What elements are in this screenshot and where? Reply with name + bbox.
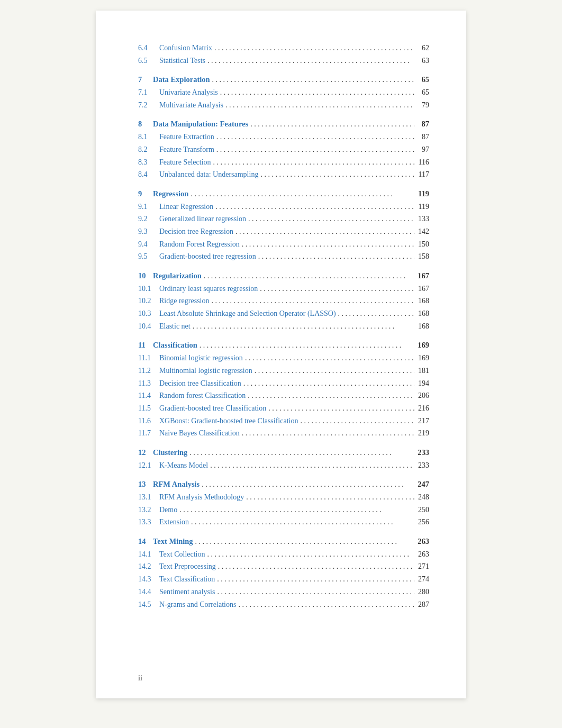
section-row: 14.1Text Collection . . . . . . . . . . … bbox=[138, 549, 429, 560]
chapter-dots: . . . . . . . . . . . . . . . . . . . . … bbox=[193, 536, 414, 548]
section-number: 8.2 bbox=[138, 144, 159, 156]
chapter-dots: . . . . . . . . . . . . . . . . . . . . … bbox=[200, 479, 414, 490]
section-dots: . . . . . . . . . . . . . . . . . . . . … bbox=[258, 283, 414, 295]
section-dots: . . . . . . . . . . . . . . . . . . . . … bbox=[214, 144, 414, 156]
section-number: 10.3 bbox=[138, 308, 159, 320]
chapter-dots: . . . . . . . . . . . . . . . . . . . . … bbox=[187, 447, 414, 459]
section-dots: . . . . . . . . . . . . . . . . . . . . … bbox=[256, 251, 414, 262]
section-page: 181 bbox=[414, 365, 429, 377]
section-row: 8.4Unbalanced data: Undersampling . . . … bbox=[138, 169, 429, 180]
section-number: 12.1 bbox=[138, 460, 159, 471]
chapter-row: 11Classification . . . . . . . . . . . .… bbox=[138, 339, 429, 351]
section-page: 63 bbox=[414, 55, 429, 67]
section-number: 6.5 bbox=[138, 55, 159, 67]
section-title: Binomial logistic regression bbox=[159, 352, 243, 364]
chapter-dots: . . . . . . . . . . . . . . . . . . . . … bbox=[202, 270, 414, 282]
section-page: 168 bbox=[414, 321, 429, 332]
chapter-row: 8Data Manipulation: Features . . . . . .… bbox=[138, 118, 429, 130]
section-dots: . . . . . . . . . . . . . . . . . . . . … bbox=[243, 352, 414, 364]
section-row: 14.5N-grams and Correlations . . . . . .… bbox=[138, 599, 429, 611]
section-number: 9.1 bbox=[138, 201, 159, 213]
chapter-title: Data Manipulation: Features bbox=[153, 118, 248, 130]
footer-page-number: ii bbox=[138, 674, 142, 682]
section-row: 9.1Linear Regression . . . . . . . . . .… bbox=[138, 201, 429, 213]
section-title: Decision tree Classification bbox=[159, 378, 241, 389]
section-row: 6.5Statistical Tests . . . . . . . . . .… bbox=[138, 55, 429, 67]
section-number: 9.5 bbox=[138, 251, 159, 262]
section-row: 8.1Feature Extraction . . . . . . . . . … bbox=[138, 131, 429, 143]
section-dots: . . . . . . . . . . . . . . . . . . . . … bbox=[241, 378, 414, 389]
section-row: 9.5Gradient-boosted tree regression . . … bbox=[138, 251, 429, 262]
section-number: 7.2 bbox=[138, 99, 159, 111]
section-number: 11.1 bbox=[138, 352, 159, 364]
section-row: 11.5Gradient-boosted tree Classification… bbox=[138, 403, 429, 414]
section-row: 10.1Ordinary least squares regression . … bbox=[138, 283, 429, 295]
section-number: 14.1 bbox=[138, 549, 159, 560]
section-dots: . . . . . . . . . . . . . . . . . . . . … bbox=[258, 169, 414, 180]
section-row: 14.3Text Classification . . . . . . . . … bbox=[138, 574, 429, 585]
section-page: 271 bbox=[414, 561, 429, 572]
section-page: 150 bbox=[414, 239, 429, 250]
section-dots: . . . . . . . . . . . . . . . . . . . . … bbox=[236, 599, 414, 611]
section-title: Linear Regression bbox=[159, 201, 213, 213]
section-title: Random Forest Regression bbox=[159, 239, 240, 250]
section-row: 7.1Univariate Analysis . . . . . . . . .… bbox=[138, 87, 429, 98]
chapter-row: 12Clustering . . . . . . . . . . . . . .… bbox=[138, 447, 429, 459]
section-row: 14.2Text Preprocessing . . . . . . . . .… bbox=[138, 561, 429, 572]
section-title: Multivariate Analysis bbox=[159, 99, 223, 111]
section-dots: . . . . . . . . . . . . . . . . . . . . … bbox=[266, 403, 414, 414]
section-number: 9.4 bbox=[138, 239, 159, 250]
section-page: 133 bbox=[414, 213, 429, 225]
section-page: 168 bbox=[414, 308, 429, 320]
section-number: 6.4 bbox=[138, 42, 159, 54]
chapter-row: 14Text Mining . . . . . . . . . . . . . … bbox=[138, 535, 429, 548]
section-page: 116 bbox=[414, 157, 429, 168]
chapter-dots: . . . . . . . . . . . . . . . . . . . . … bbox=[188, 188, 414, 200]
section-number: 14.2 bbox=[138, 561, 159, 572]
section-title: K-Means Model bbox=[159, 460, 208, 471]
section-title: Generalized linear regression bbox=[159, 213, 246, 225]
chapter-page: 233 bbox=[414, 447, 429, 458]
chapter-title: Regression bbox=[153, 188, 188, 199]
section-row: 11.2Multinomial logistic regression . . … bbox=[138, 365, 429, 377]
chapter-title: Regularization bbox=[153, 270, 202, 281]
section-title: XGBoost: Gradient-boosted tree Classific… bbox=[159, 415, 298, 427]
section-page: 87 bbox=[414, 131, 429, 143]
section-title: Confusion Matrix bbox=[159, 42, 212, 54]
section-number: 10.4 bbox=[138, 321, 159, 332]
section-title: Univariate Analysis bbox=[159, 87, 218, 98]
section-number: 11.2 bbox=[138, 365, 159, 377]
section-page: 216 bbox=[414, 403, 429, 414]
section-title: Text Collection bbox=[159, 549, 205, 560]
section-title: Unbalanced data: Undersampling bbox=[159, 169, 258, 180]
chapter-number: 10 bbox=[138, 270, 153, 281]
section-dots: . . . . . . . . . . . . . . . . . . . . … bbox=[208, 460, 414, 471]
section-title: Least Absolute Shrinkage and Selection O… bbox=[159, 308, 336, 320]
section-page: 217 bbox=[414, 415, 429, 427]
section-row: 11.6XGBoost: Gradient-boosted tree Class… bbox=[138, 415, 429, 427]
chapter-page: 167 bbox=[414, 270, 429, 281]
section-dots: . . . . . . . . . . . . . . . . . . . . … bbox=[216, 561, 414, 572]
chapter-row: 10Regularization . . . . . . . . . . . .… bbox=[138, 270, 429, 282]
section-row: 14.4Sentiment analysis . . . . . . . . .… bbox=[138, 586, 429, 598]
chapter-title: RFM Analysis bbox=[153, 478, 200, 490]
section-dots: . . . . . . . . . . . . . . . . . . . . … bbox=[214, 131, 414, 143]
section-dots: . . . . . . . . . . . . . . . . . . . . … bbox=[213, 201, 414, 213]
chapter-title: Clustering bbox=[153, 447, 187, 458]
section-title: Multinomial logistic regression bbox=[159, 365, 252, 377]
chapter-row: 13RFM Analysis . . . . . . . . . . . . .… bbox=[138, 478, 429, 490]
chapter-row: 9Regression . . . . . . . . . . . . . . … bbox=[138, 188, 429, 200]
section-title: Elastic net bbox=[159, 321, 191, 332]
chapter-page: 119 bbox=[414, 188, 429, 199]
chapter-page: 169 bbox=[414, 339, 429, 351]
section-number: 9.2 bbox=[138, 213, 159, 225]
section-page: 256 bbox=[414, 516, 429, 528]
chapter-number: 12 bbox=[138, 447, 153, 458]
section-dots: . . . . . . . . . . . . . . . . . . . . … bbox=[205, 55, 414, 67]
chapter-dots: . . . . . . . . . . . . . . . . . . . . … bbox=[210, 74, 414, 86]
section-dots: . . . . . . . . . . . . . . . . . . . . … bbox=[205, 549, 414, 560]
section-number: 7.1 bbox=[138, 87, 159, 98]
section-row: 11.7Naive Bayes Classification . . . . .… bbox=[138, 427, 429, 439]
section-number: 8.3 bbox=[138, 157, 159, 168]
section-number: 10.2 bbox=[138, 295, 159, 307]
